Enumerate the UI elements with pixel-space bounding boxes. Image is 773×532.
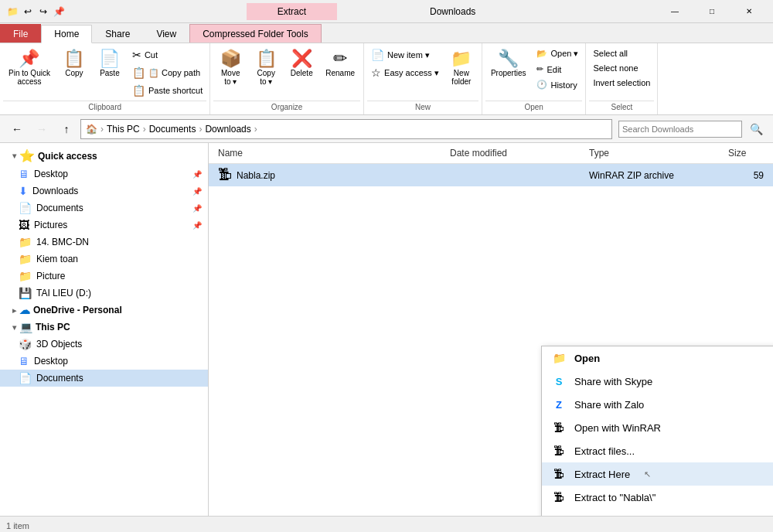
forward-button[interactable]: → (31, 118, 53, 140)
sidebar-quick-access-header[interactable]: ▾ ⭐ Quick access (0, 146, 208, 165)
documents-label: Documents (36, 203, 83, 213)
cut-label: Cut (145, 50, 158, 60)
new-item-label: New item ▾ (387, 50, 430, 60)
ctx-item-open-winrar[interactable]: 🗜 Open with WinRAR (542, 416, 773, 439)
file-row-nabla[interactable]: 🗜 Nabla.zip WinRAR ZIP archive 59 (209, 164, 773, 186)
ctx-item-open[interactable]: 📁 Open (542, 346, 773, 370)
paste-button[interactable]: 📄 Paste (93, 46, 127, 81)
copy-path-button[interactable]: 📋 📋 Copy path (128, 64, 206, 81)
picture-icon: 📁 (19, 270, 32, 282)
select-all-button[interactable]: Select all (589, 46, 654, 60)
copy-to-button[interactable]: 📋 Copyto ▾ (249, 46, 283, 90)
paste-shortcut-button[interactable]: 📋 Paste shortcut (128, 82, 206, 99)
sidebar-item-pictures[interactable]: 🖼 Pictures 📌 (0, 217, 208, 234)
tab-file[interactable]: File (0, 24, 41, 43)
sidebar-item-kiem-toan[interactable]: 📁 Kiem toan (0, 251, 208, 268)
open-label: Open (485, 101, 583, 114)
pictures-icon: 🖼 (19, 219, 29, 231)
address-bar[interactable]: 🏠 › This PC › Documents › Downloads › (80, 119, 612, 139)
sidebar-item-pc-desktop[interactable]: 🖥 Desktop (0, 353, 208, 370)
sidebar-item-bmc[interactable]: 📁 14. BMC-DN (0, 234, 208, 251)
sidebar-item-pc-documents[interactable]: 📄 Documents (0, 370, 208, 387)
delete-label: Delete (291, 69, 313, 77)
easy-access-button[interactable]: ☆ Easy access ▾ (367, 64, 443, 81)
folder-icon: 📁 (6, 5, 19, 18)
new-item-button[interactable]: 📄 New item ▾ (367, 46, 443, 63)
col-header-name[interactable]: Name (215, 146, 447, 160)
rename-button[interactable]: ✏ Rename (320, 46, 360, 81)
close-button[interactable]: ✕ (731, 0, 767, 23)
up-button[interactable]: ↑ (56, 118, 77, 140)
col-header-date[interactable]: Date modified (447, 146, 586, 160)
open-small-button[interactable]: 📂 Open ▾ (533, 46, 582, 61)
ctx-item-share-zalo[interactable]: Z Share with Zalo (542, 393, 773, 416)
copy-icon: 📋 (63, 50, 84, 67)
status-items-count: 1 item (6, 521, 29, 530)
sidebar-this-pc-header[interactable]: ▾ 💻 This PC (0, 319, 208, 336)
sidebar-onedrive[interactable]: ▸ ☁ OneDrive - Personal (0, 302, 208, 319)
new-folder-button[interactable]: 📁 Newfolder (444, 46, 478, 90)
sidebar-item-picture[interactable]: 📁 Picture (0, 268, 208, 285)
window-title: Downloads (430, 6, 475, 17)
copy-button[interactable]: 📋 Copy (57, 46, 91, 81)
paste-label: Paste (100, 69, 120, 77)
cut-button[interactable]: ✂ Cut (128, 46, 206, 63)
this-pc-icon: 💻 (19, 321, 32, 333)
picture-label: Picture (36, 271, 65, 281)
sidebar-item-tai-lieu[interactable]: 💾 TAI LIEU (D:) (0, 285, 208, 302)
window-controls: — □ ✕ (657, 0, 767, 23)
tab-compressed[interactable]: Compressed Folder Tools (189, 24, 322, 43)
search-button[interactable]: 🔍 (745, 118, 767, 140)
this-pc-label: This PC (36, 322, 70, 332)
sidebar-item-documents[interactable]: 📄 Documents 📌 (0, 200, 208, 217)
move-to-button[interactable]: 📦 Moveto ▾ (213, 46, 247, 90)
new-folder-label: Newfolder (451, 69, 471, 86)
properties-button[interactable]: 🔧 Properties (485, 46, 532, 81)
ribbon-group-clipboard: 📌 Pin to Quickaccess 📋 Copy 📄 Paste ✂ Cu… (0, 43, 210, 114)
ctx-extract-here-icon: 🗜 (551, 466, 567, 482)
maximize-button[interactable]: □ (694, 0, 730, 23)
back-button[interactable]: ← (6, 118, 28, 140)
invert-selection-button[interactable]: Invert selection (589, 76, 654, 90)
ctx-skype-label: Share with Skype (574, 376, 652, 387)
col-header-size[interactable]: Size (725, 146, 767, 160)
ctx-item-scan[interactable]: 🛡 Scan with Microsoft Defender... (542, 509, 773, 516)
search-input[interactable] (618, 121, 742, 138)
copy-path-label: 📋 Copy path (148, 68, 200, 78)
tab-share[interactable]: Share (92, 24, 143, 43)
onedrive-expand: ▸ (12, 306, 16, 315)
pin-to-quick-access-button[interactable]: 📌 Pin to Quickaccess (3, 46, 56, 90)
history-button[interactable]: 🕐 History (533, 77, 582, 92)
breadcrumb-downloads[interactable]: Downloads (205, 124, 250, 135)
ctx-extract-files-icon: 🗜 (551, 443, 567, 459)
ctx-item-extract-files[interactable]: 🗜 Extract files... (542, 439, 773, 462)
new-small-btns: 📄 New item ▾ ☆ Easy access ▾ (367, 46, 443, 81)
sidebar-item-downloads[interactable]: ⬇ Downloads 📌 (0, 182, 208, 200)
breadcrumb-sep-1: › (143, 124, 146, 135)
search-bar[interactable]: 🔍 (618, 118, 767, 140)
breadcrumb-documents[interactable]: Documents (149, 124, 196, 135)
ctx-item-share-skype[interactable]: S Share with Skype (542, 370, 773, 393)
breadcrumb-this-pc[interactable]: This PC (107, 124, 140, 135)
rename-label: Rename (325, 69, 355, 77)
ctx-item-extract-to[interactable]: 🗜 Extract to "Nabla\" (542, 486, 773, 509)
col-header-type[interactable]: Type (586, 146, 725, 160)
edit-button[interactable]: ✏ Edit (533, 62, 582, 77)
sidebar-item-3d-objects[interactable]: 🎲 3D Objects (0, 336, 208, 353)
delete-button[interactable]: ❌ Delete (284, 46, 318, 81)
minimize-button[interactable]: — (657, 0, 693, 23)
select-none-button[interactable]: Select none (589, 61, 654, 75)
kiem-toan-label: Kiem toan (36, 254, 78, 264)
ctx-item-extract-here[interactable]: 🗜 Extract Here ↖ (542, 462, 773, 486)
clipboard-label: Clipboard (3, 101, 206, 114)
downloads-pin-icon: 📌 (192, 187, 202, 196)
bmc-icon: 📁 (19, 236, 32, 248)
tab-view[interactable]: View (143, 24, 189, 43)
title-bar-title: Extract Downloads (65, 3, 657, 20)
rename-icon: ✏ (333, 50, 347, 67)
file-size-cell: 59 (725, 170, 767, 181)
ctx-extract-files-label: Extract files... (574, 445, 635, 457)
tab-home[interactable]: Home (41, 25, 92, 43)
edit-label: Edit (547, 65, 561, 74)
sidebar-item-desktop[interactable]: 🖥 Desktop 📌 (0, 165, 208, 182)
